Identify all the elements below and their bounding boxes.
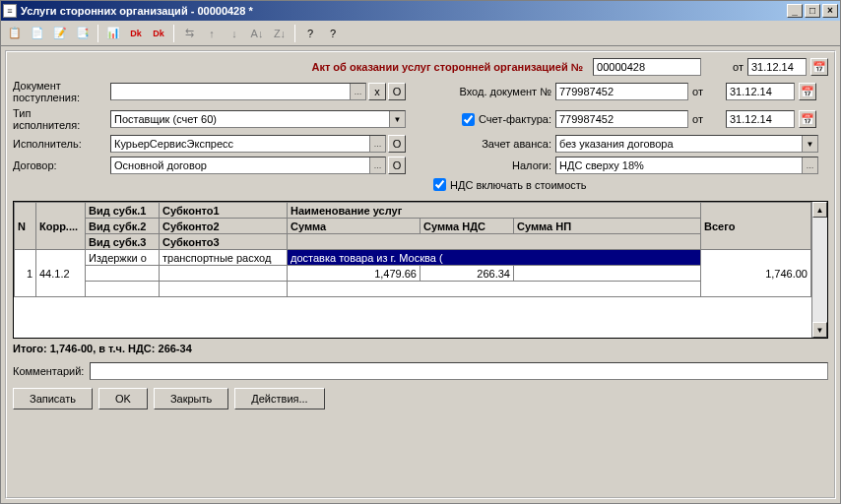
titlebar[interactable]: ≡ Услуги сторонних организаций - 0000042… (1, 1, 840, 21)
sf-checkbox[interactable] (462, 113, 475, 126)
incoming-input[interactable] (555, 83, 688, 100)
col-vsego[interactable]: Всего (701, 203, 811, 250)
date1-input[interactable] (747, 58, 807, 76)
lookup-icon[interactable]: … (350, 84, 365, 99)
col-snp[interactable]: Сумма НП (514, 219, 701, 234)
tb-9[interactable]: ↑ (202, 24, 222, 43)
col-naim[interactable]: Наименование услуг (288, 203, 701, 219)
comment-input[interactable] (90, 362, 828, 380)
open-o-button-1[interactable]: О (388, 83, 406, 100)
ok-button[interactable]: OK (98, 388, 148, 410)
chevron-down-icon[interactable]: ▼ (389, 111, 405, 127)
tb-3[interactable]: 📝 (50, 24, 70, 43)
date3-input[interactable] (726, 110, 795, 128)
tb-1[interactable]: 📋 (5, 24, 25, 43)
sf-label: Счет-фактура: (479, 113, 551, 125)
lookup-icon[interactable]: … (369, 158, 385, 173)
type-combo[interactable]: ▼ (110, 110, 406, 128)
tb-4[interactable]: 📑 (73, 24, 93, 43)
toolbar-separator (173, 25, 174, 42)
lookup-icon[interactable]: … (802, 158, 817, 173)
calendar-icon-2[interactable]: 📅 (799, 83, 816, 100)
scroll-down-icon[interactable]: ▼ (812, 322, 827, 338)
table-row[interactable]: 1,479.66 266.34 (15, 266, 811, 282)
tb-8[interactable]: ⇆ (179, 24, 199, 43)
tb-6[interactable]: Dk (126, 24, 146, 43)
clear-x-button[interactable]: х (368, 83, 386, 100)
toolbar: 📋 📄 📝 📑 📊 Dk Dk ⇆ ↑ ↓ A↓ Z↓ ? ? (1, 21, 840, 46)
minimize-button[interactable]: _ (787, 4, 803, 18)
ot-label-1: от (733, 61, 744, 73)
headline: Акт об оказании услуг сторонней организа… (110, 61, 589, 73)
receipt-input[interactable]: … (110, 83, 366, 100)
main-panel: Акт об оказании услуг сторонней организа… (5, 50, 836, 499)
calendar-icon-3[interactable]: 📅 (799, 110, 816, 128)
tb-14[interactable]: ? (323, 24, 343, 43)
dogovor-label: Договор: (13, 159, 106, 171)
ot-label-2: от (692, 86, 722, 97)
app-icon: ≡ (3, 4, 17, 18)
type-label: Тип исполнителя: (13, 107, 106, 131)
open-o-button-2[interactable]: О (388, 135, 406, 153)
dogovor-combo[interactable]: … (110, 157, 386, 174)
table-row[interactable] (15, 282, 811, 297)
close-button-form[interactable]: Закрыть (154, 388, 228, 410)
ot-label-3: от (692, 113, 722, 125)
doc-number-input[interactable] (593, 58, 701, 76)
col-summa[interactable]: Сумма (288, 219, 420, 234)
totals-line: Итого: 1,746-00, в т.ч. НДС: 266-34 (13, 343, 828, 354)
window-title: Услуги сторонних организаций - 00000428 … (21, 5, 787, 17)
open-o-button-3[interactable]: О (388, 157, 406, 174)
col-vid1[interactable]: Вид субк.1 (86, 203, 160, 219)
table-row[interactable]: 1 44.1.2 Издержки о транспортные расход … (15, 250, 811, 266)
nds-include-checkbox[interactable] (433, 178, 446, 191)
tb-7[interactable]: Dk (149, 24, 168, 43)
exec-combo[interactable]: … (110, 135, 386, 153)
selected-cell[interactable]: доставка товара из г. Москва ( (288, 250, 701, 266)
avans-label: Зачет аванса: (433, 138, 551, 150)
tb-12[interactable]: Z↓ (270, 24, 290, 43)
services-table: N Корр.... Вид субк.1 Субконто1 Наименов… (13, 201, 828, 339)
tb-5[interactable]: 📊 (103, 24, 123, 43)
col-sub3[interactable]: Субконто3 (160, 234, 288, 250)
col-sub1[interactable]: Субконто1 (160, 203, 288, 219)
maximize-button[interactable]: □ (805, 4, 820, 18)
nalogi-combo[interactable]: … (555, 157, 818, 174)
nalogi-label: Налоги: (433, 159, 551, 171)
tb-13[interactable]: ? (300, 24, 320, 43)
col-korr[interactable]: Корр.... (36, 203, 86, 250)
lookup-icon[interactable]: … (369, 136, 385, 152)
actions-button[interactable]: Действия... (234, 388, 324, 410)
nds-include-label: НДС включать в стоимость (450, 179, 587, 191)
col-sub2[interactable]: Субконто2 (160, 219, 288, 234)
tb-2[interactable]: 📄 (28, 24, 47, 43)
chevron-down-icon[interactable]: ▼ (802, 136, 817, 152)
exec-label: Исполнитель: (13, 138, 106, 150)
date2-input[interactable] (726, 83, 795, 100)
sf-input[interactable] (555, 110, 688, 128)
toolbar-separator (97, 25, 98, 42)
incoming-label: Вход. документ № (433, 86, 551, 97)
col-snds[interactable]: Сумма НДС (420, 219, 514, 234)
col-vid2[interactable]: Вид субк.2 (86, 219, 160, 234)
comment-label: Комментарий: (13, 365, 84, 377)
app-window: ≡ Услуги сторонних организаций - 0000042… (0, 0, 841, 504)
tb-11[interactable]: A↓ (247, 24, 267, 43)
col-n[interactable]: N (15, 203, 36, 250)
calendar-icon-1[interactable]: 📅 (810, 58, 828, 76)
scroll-up-icon[interactable]: ▲ (812, 202, 827, 218)
tb-10[interactable]: ↓ (225, 24, 244, 43)
col-vid3[interactable]: Вид субк.3 (86, 234, 160, 250)
avans-combo[interactable]: ▼ (555, 135, 818, 153)
receipt-label: Документ поступления: (13, 80, 106, 103)
toolbar-separator (294, 25, 295, 42)
close-button[interactable]: × (822, 4, 838, 18)
save-button[interactable]: Записать (13, 388, 93, 410)
vertical-scrollbar[interactable]: ▲ ▼ (811, 202, 827, 338)
